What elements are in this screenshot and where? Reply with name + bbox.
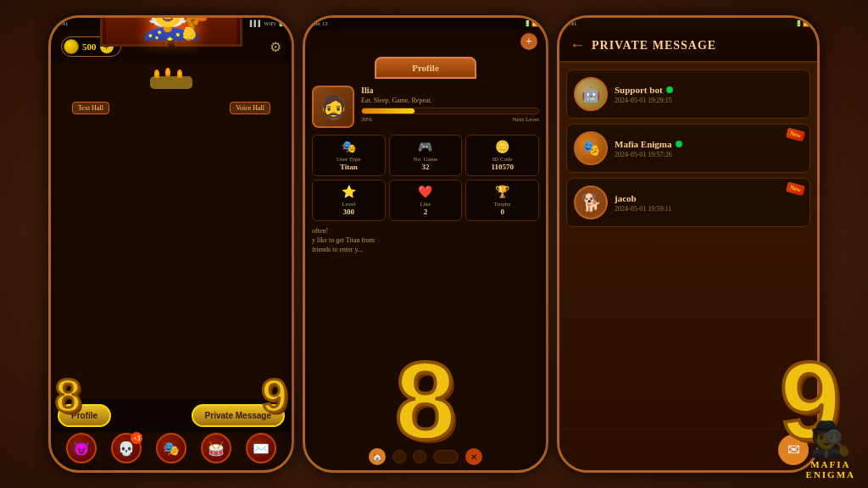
jacob-name: jacob [615,193,637,203]
character: 🧙 [140,18,203,38]
back-button[interactable]: ← [570,36,585,54]
profile-chat: often! y like to get Titan from friends … [312,226,539,255]
level-icon: ⭐ [316,185,381,199]
status-bar-phone2: Jun 13 🔋📶 [305,18,546,30]
mafia-logo: 🕵️ MAFIA ENIGMA [806,419,855,480]
phone3: 9:41 🔋📶 ← PRIVATE MESSAGE 🤖 [557,15,820,473]
stat-level: ⭐ Level 300 [312,180,386,221]
nav-close[interactable]: ✕ [465,448,482,465]
support-time: 2024-05-01 19:29:15 [615,97,803,104]
compose-area: ✉ [559,429,817,470]
id-icon: 🪙 [470,140,535,154]
compose-button[interactable]: ✉ [778,435,809,465]
nav-bar[interactable] [433,450,459,463]
nav-dot2[interactable] [413,450,426,463]
icon-skull[interactable]: 💀 +3 [111,433,142,463]
text-hall-label[interactable]: Text Hall [72,102,109,114]
page-title: PRIVATE MESSAGE [592,39,716,53]
compose-icon: ✉ [787,441,800,459]
chandelier [146,76,197,102]
icon-mask[interactable]: 🎭 [156,433,186,463]
profile-info: Ilia Eat. Sleep. Game. Repeat. 30% Next … [361,86,539,123]
add-button[interactable]: + [520,33,537,50]
skull-badge: +3 [131,432,142,444]
stat-user-type: 🎭 User Type Titan [312,135,386,176]
logo-line1: MAFIA [810,459,850,469]
profile-avatar: 🧔 [312,86,354,128]
game-icon: 🎮 [393,140,459,154]
message-item-support[interactable]: 🤖 Support bot 2024-05-01 19:29:15 [566,69,810,119]
support-info: Support bot 2024-05-01 19:29:15 [615,85,803,104]
xp-labels: 30% Next Level [361,116,539,123]
profile-subtitle: Eat. Sleep. Game. Repeat. [361,97,539,104]
support-avatar: 🤖 [574,77,608,111]
stats-grid: 🎭 User Type Titan 🎮 No. Game 32 [312,135,539,221]
status-bar-phone3: 9:41 🔋📶 [559,18,817,30]
xp-percent: 30% [361,116,372,123]
jacob-avatar: 🐕 [574,186,608,219]
support-online-indicator [666,86,673,93]
profile-tab[interactable]: Profile [375,57,476,79]
message-header: ← PRIVATE MESSAGE [559,30,817,63]
xp-next: Next Level [513,116,539,123]
bottom-buttons: Profile Private Message [51,399,292,432]
bottom-icon-bar: 😈 💀 +3 🎭 🥁 ✉️ [51,433,292,463]
profile-button[interactable]: Profile [58,404,111,427]
profile-name: Ilia [361,86,539,95]
phone1-wrapper: 9:41 ▌▌▌ WiFi 🔋 500 + ⚙ [48,15,294,473]
stat-trophy: 🏆 Trophy 0 [465,180,539,221]
user-type-icon: 🎭 [316,140,381,154]
phone3-wrapper: 9:41 🔋📶 ← PRIVATE MESSAGE 🤖 [557,15,820,473]
stat-id-code: 🪙 ID Code 110570 [465,135,539,176]
voice-hall-label[interactable]: Voice Hall [230,102,270,114]
mafia-name: Mafia Enigma [615,139,672,149]
private-message-button[interactable]: Private Message [192,404,285,427]
xp-fill [362,108,415,114]
profile-content: 🧔 Ilia Eat. Sleep. Game. Repeat. [305,79,546,262]
jacob-info: jacob 2024-05-01 19:59:11 [615,193,803,213]
trophy-icon: 🏆 [470,185,535,199]
mafia-avatar: 🎭 [574,131,608,165]
stat-no-game: 🎮 No. Game 32 [389,135,463,176]
message-item-mafia[interactable]: 🎭 Mafia Enigma 2024-05-01 19:57:26 New [566,124,810,173]
xp-bar [361,108,539,114]
jacob-time: 2024-05-01 19:59:11 [615,205,803,213]
stat-like: ❤️ Like 2 [389,180,463,221]
like-icon: ❤️ [393,185,459,199]
nav-home[interactable]: 🏠 [369,448,386,465]
phone1: 9:41 ▌▌▌ WiFi 🔋 500 + ⚙ [48,15,294,473]
mafia-time: 2024-05-01 19:57:26 [615,151,803,158]
mafia-info: Mafia Enigma 2024-05-01 19:57:26 [615,139,803,158]
phone2: Jun 13 🔋📶 + Profile [303,15,548,473]
icon-mail[interactable]: ✉️ [246,433,276,463]
support-name: Support bot [615,85,663,95]
message-list: 🤖 Support bot 2024-05-01 19:29:15 [559,63,817,429]
message-item-jacob[interactable]: 🐕 jacob 2024-05-01 19:59:11 New [566,178,810,227]
icon-demon[interactable]: 😈 [66,433,97,463]
icon-drum[interactable]: 🥁 [201,433,231,463]
date-display: Jun 13 [312,20,327,27]
logo-line2: ENIGMA [806,469,855,480]
user-info-row: 🧔 Ilia Eat. Sleep. Game. Repeat. [312,86,539,128]
nav-dot1[interactable] [392,450,406,463]
phone2-wrapper: Jun 13 🔋📶 + Profile [303,15,548,473]
mafia-online-indicator [676,141,682,147]
